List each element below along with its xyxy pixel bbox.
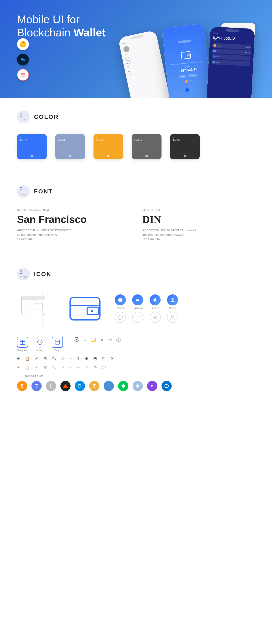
din-lower: abcdefghijklmnopqrstuvwxyz [142, 233, 255, 236]
font-din: Medium · Bold DIN ABCDEFGHIJKLMNOPQRSTUV… [142, 208, 255, 242]
icon-discover-outline: ◉ [150, 312, 161, 323]
document-icon-light: 📋 [25, 365, 30, 370]
plus-icon-light: + [17, 365, 20, 370]
color-card-dark: # 303030 [170, 134, 200, 160]
info-icon: ⓘ [116, 337, 121, 343]
wireframe-icons [17, 292, 55, 326]
icon-profile-outline [167, 312, 178, 323]
utility-icons-light-row: + 📋 ✓ ⊞ 🔍 ★ ‹ ↔ ✕ ↷ ⓘ [17, 365, 255, 370]
cancel-icon-light: ✕ [86, 365, 88, 370]
plus-icon: + [17, 356, 20, 361]
color-section-header: 1 ONE COLOR [17, 110, 255, 123]
neo-icon [132, 381, 143, 391]
font-sf: Regular · Medium · Bold San Francisco AB… [17, 208, 130, 242]
document-icon: 📋 [25, 356, 30, 361]
crypto-icons-row: ₿ Ξ Ł D Z ⬡ M [17, 381, 255, 391]
close-icon: ✕ [111, 356, 114, 361]
icon-order: Order [52, 337, 63, 352]
bat-icon [60, 381, 70, 391]
check-icon: ✓ [35, 356, 38, 361]
font-grid: Regular · Medium · Bold San Francisco AB… [17, 208, 255, 242]
waves-icon [118, 381, 128, 391]
svg-rect-5 [187, 54, 190, 56]
color-card-gray: # 666666 [132, 134, 162, 160]
hero-title: Mobile UI for Blockchain Wallet [17, 13, 123, 39]
svg-rect-16 [70, 298, 100, 305]
forward-icon-light: ↔ [76, 365, 80, 370]
ps-badge: Ps [17, 54, 29, 66]
save-icon: ⬒ [93, 356, 97, 361]
svg-rect-14 [70, 298, 100, 320]
color-card-blue: # 3574FA [17, 134, 47, 160]
ltc-icon: Ł [46, 381, 56, 391]
misc-icons: 💬 ≡ 🌙 ● ▭ ⓘ [74, 337, 121, 343]
sf-lower: abcdefghijklmnopqrstuvwxyz [17, 233, 130, 236]
chat-icon: 💬 [74, 337, 79, 342]
extra-icon [162, 381, 172, 391]
din-style: Medium · Bold [142, 208, 255, 212]
icon-section-title: ICON [34, 271, 52, 278]
search-icon: 🔍 [52, 356, 56, 361]
color-swatch-dark: # 303030 [170, 134, 200, 160]
circle-icon: ● [100, 337, 103, 342]
layers-icon: ≡ [84, 337, 86, 342]
icon-profile: Profile [167, 294, 178, 309]
font-section-header: 2 TWO FONT [17, 185, 255, 198]
color-swatches: # 3574FA # 8DA0C8 # F5A623 # 666666 [17, 134, 255, 160]
assets-label: Assets [117, 307, 124, 309]
color-swatch-blue: # 3574FA [17, 134, 47, 160]
search-icon-light: 🔍 [52, 365, 56, 370]
star-icon-active: ★ [62, 365, 65, 370]
qr-icon: ⊞ [44, 356, 47, 361]
icon-discover: ◉ Discover [150, 294, 161, 309]
color-section-title: COLOR [34, 114, 59, 120]
icon-showcase-row: Assets ⇌ Exchange ◉ Discover [17, 291, 255, 326]
icon-history: History [34, 337, 46, 352]
qr-icon-light: ⊞ [44, 365, 47, 370]
hero-section: Mobile UI for Blockchain Wallet Ps 3 60+… [0, 0, 272, 98]
icon-section-header: 3 THREE ICON [17, 268, 255, 280]
color-swatch-gray: # 666666 [132, 134, 162, 160]
sketch-icon [19, 40, 27, 48]
icon-assets: Assets [115, 294, 126, 309]
app-icons-row: Mangment History Order [17, 337, 255, 352]
screens-label: Screens [19, 76, 26, 78]
dash-icon: D [75, 381, 85, 391]
order-label: Order [54, 349, 60, 352]
wallet-icon-blue [68, 291, 102, 326]
share-icon: ⇧ [76, 356, 80, 361]
color-card-gray-blue: # 8DA0C8 [55, 134, 85, 160]
btc-icon: ₿ [17, 381, 27, 391]
management-label: Mangment [17, 349, 28, 352]
matic-icon: M [147, 381, 157, 391]
hero-badges: Ps 3 60+ Screens [17, 38, 29, 81]
color-swatch-grayblue: # 8DA0C8 [55, 134, 85, 160]
screens-badge: 3 60+ Screens [17, 69, 29, 81]
color-section: 1 ONE COLOR # 3574FA # 8DA0C8 # F5A623 [0, 98, 272, 172]
screens-count: 60+ [20, 72, 26, 76]
svg-marker-33 [63, 384, 68, 388]
svg-point-18 [91, 310, 93, 312]
moon-icon: 🌙 [90, 337, 96, 342]
discover-icon-circle: ◉ [150, 294, 161, 306]
svg-rect-12 [34, 303, 42, 309]
din-upper: ABCDEFGHIJKLMNOPQRSTUVWXYZ [142, 229, 255, 232]
history-label: History [36, 349, 44, 352]
back-icon: ‹ [70, 356, 72, 361]
ps-icon: Ps [20, 58, 25, 62]
exchange-icon-circle: ⇌ [132, 294, 143, 306]
icon-assets-outline [115, 312, 126, 323]
network-icon: ⬡ [104, 381, 114, 391]
din-digits: 1234567890 [142, 238, 255, 241]
color-card-orange: # F5A623 [94, 134, 123, 160]
font-section-title: FONT [34, 188, 53, 195]
nav-icons-group: Assets ⇌ Exchange ◉ Discover [115, 294, 178, 323]
sf-style: Regular · Medium · Bold [17, 208, 130, 212]
back-icon-light: ‹ [70, 365, 72, 370]
discover-icon: ◉ [153, 297, 157, 303]
message-icon: ▭ [108, 337, 112, 342]
din-name: DIN [142, 214, 255, 225]
zcash-icon: Z [89, 381, 100, 391]
font-section: 2 TWO FONT Regular · Medium · Bold San F… [0, 172, 272, 255]
sf-upper: ABCDEFGHIJKLMNOPQRSTUVWXYZ [17, 229, 130, 232]
